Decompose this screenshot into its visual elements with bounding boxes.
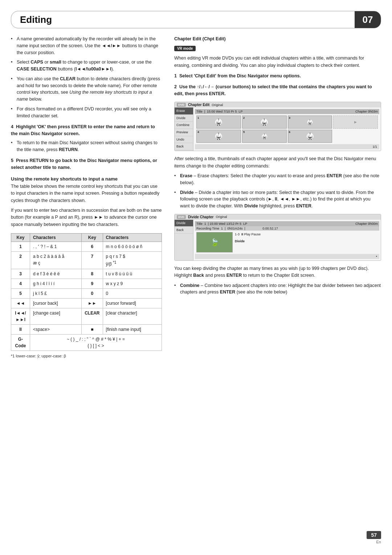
sidebar-item-combine[interactable]: Combine	[175, 122, 193, 129]
chars-cell: . , ʼ ? ! – & 1	[30, 242, 82, 252]
key-cell: I◄◄/►►I	[11, 308, 30, 325]
chars-cell: m n o 6 ö ö ò ó ø ñ	[103, 242, 162, 252]
table-row: 5 j k l 5 £ 0 0	[11, 289, 162, 299]
table-row: G-Code ~ ( ) _ / : ; " ` ^ @ # * % ¥ | +…	[11, 335, 162, 351]
chapter-num: 5	[243, 130, 245, 134]
table-header-chars1: Characters	[30, 234, 82, 242]
chapter-thumb[interactable]: 1 🥋	[196, 116, 241, 129]
sidebar-back[interactable]: Back	[175, 227, 193, 234]
list-item: A name generated automatically by the re…	[11, 36, 162, 56]
list-item: Erase – Erase chapters: Select the chapt…	[174, 173, 381, 186]
step5-heading: 5 Press RETURN to go back to the Disc Na…	[11, 157, 162, 171]
chars-cell: [finish name input]	[103, 325, 162, 335]
chars-cell: <space>	[30, 325, 82, 335]
key-table: Key Characters Key Characters 1 . , ʼ ? …	[11, 233, 162, 351]
section-title: Chapter Edit (Chpt Edit)	[174, 36, 381, 42]
list-item: Divide – Divide a chapter into two or mo…	[174, 189, 381, 210]
screen-title: Chapter Edit	[188, 103, 209, 107]
after-select-para: After selecting a title, thumbnails of e…	[174, 155, 381, 170]
chars-cell: ~ ( ) _ / : ; " ` ^ @ # * % ¥ | + ={ } […	[30, 335, 162, 351]
list-item: You can also use the CLEAR button to del…	[11, 76, 162, 103]
chapter-num: 2	[243, 116, 245, 119]
key-cell: 3	[11, 269, 30, 279]
intro-para: When editing VR mode DVDs you can edit i…	[174, 55, 381, 69]
chapter-thumb[interactable]: 4 🥋	[196, 130, 241, 143]
chars-cell: [clear character]	[103, 308, 162, 325]
sidebar-divide[interactable]: Divide	[175, 220, 193, 227]
sidebar-item-back[interactable]: Back	[175, 143, 193, 150]
chars-cell: j k l 5 £	[30, 289, 82, 299]
step4-bullets: To return to the main Disc Navigator scr…	[11, 139, 162, 153]
step2-heading: 2 Use the ↑/↓/←/→ (cursor buttons) to se…	[174, 84, 381, 98]
key-cell: 5	[11, 289, 30, 299]
chapter-num: 3	[289, 116, 290, 119]
dvd-title-bar: Title | 15:00 Wed 7/10 Pr 5 LP Chapter 0…	[195, 109, 379, 114]
dvd-chapters: 1 🥋 2 🥋 3 🥋 ▶	[195, 114, 379, 144]
key-cell: 0	[82, 289, 103, 299]
dvd-logo2: DVD	[177, 215, 186, 219]
sidebar-item-preview[interactable]: Preview	[175, 129, 193, 136]
chapter-thumb[interactable]: 6 🥋	[288, 130, 332, 143]
dvd-footer: 1/1	[195, 144, 379, 149]
chapter-thumb[interactable]: 3 🥋	[288, 116, 332, 129]
sidebar-item-divide[interactable]: Divide	[175, 115, 193, 122]
chapter-thumb[interactable]: 5 🥋	[242, 130, 287, 143]
chapter-edit-screen: DVD Chapter Edit Original Erase Divide C…	[174, 102, 381, 151]
page-footer: 57 En	[367, 531, 381, 544]
sidebar-item-erase[interactable]: Erase	[175, 108, 193, 115]
list-item: To return to the main Disc Navigator scr…	[11, 139, 162, 153]
chapter-num: 1	[197, 116, 199, 119]
footnote: *1 lower-case: ŷ; upper-case: β	[11, 354, 162, 358]
dvd2-info: 1-3 II Play Pause Divide	[235, 232, 261, 252]
table-row: I◄◄/►►I [change case] CLEAR [clear chara…	[11, 308, 162, 325]
left-column: A name generated automatically by the re…	[11, 36, 171, 358]
list-item: Select CAPS or small to change to upper …	[11, 59, 162, 73]
dvd2-footer: •	[195, 254, 379, 259]
page-lang: En	[376, 540, 381, 544]
key-cell: ■	[82, 325, 103, 335]
table-header-key1: Key	[11, 234, 30, 242]
screen-sublabel: Original	[212, 103, 223, 107]
table-row: 1 . , ʼ ? ! – & 1 6 m n o 6 ö ö ò ó ø ñ	[11, 242, 162, 252]
chapter-icon: 🥋	[261, 133, 268, 139]
screen-header: DVD Chapter Edit Original	[175, 102, 381, 108]
using-para2: If you want to enter two characters in s…	[11, 207, 162, 228]
table-row: 3 d e f 3 è é ê ë 8 t u v 8 ù ú û ü	[11, 269, 162, 279]
key-cell: 4	[11, 279, 30, 289]
divide-para: You can keep dividing the chapter as man…	[174, 265, 381, 279]
page-number: 57	[367, 531, 381, 539]
sidebar-item-undo[interactable]: Undo	[175, 136, 193, 143]
dvd2-main: Title 1 | 15:00 Wed 13/12 Pr 5 LP Chapte…	[193, 220, 381, 260]
page-title: Editing	[11, 11, 355, 28]
table-header-key2: Key	[82, 234, 103, 242]
key-cell: CLEAR	[82, 308, 103, 325]
key-cell: 9	[82, 279, 103, 289]
chars-cell: d e f 3 è é ê ë	[30, 269, 82, 279]
chapter-num: 6	[289, 130, 290, 134]
combine-bullet: Combine – Combine two adjacent chapters …	[174, 282, 381, 296]
dvd-sidebar: Erase Divide Combine Preview Undo Back	[175, 108, 193, 151]
title2-info: Title 1 | 15:00 Wed 13/12 Pr 5 LP	[196, 222, 247, 226]
chapter-icon: 🥋	[260, 118, 268, 126]
chars-cell: 0	[103, 289, 162, 299]
screen-body: Erase Divide Combine Preview Undo Back T…	[175, 108, 381, 151]
chars-cell: p q r s 7 $ŷ/β *1	[103, 252, 162, 269]
content-area: A name generated automatically by the re…	[0, 28, 392, 369]
intro-bullets: A name generated automatically by the re…	[11, 36, 162, 119]
title-info: Title | 15:00 Wed 7/10 Pr 5 LP	[196, 110, 242, 113]
screen2-header: DVD Divide Chapter Original	[175, 214, 381, 220]
key-cell: 2	[11, 252, 30, 269]
chapter-num: 4	[197, 130, 199, 134]
chapter-thumb[interactable]: 2 🥋	[242, 116, 287, 129]
using-para1: The table below shows the remote control…	[11, 183, 162, 204]
key-cell: 8	[82, 269, 103, 279]
key-cell: ►►	[82, 299, 103, 308]
step1-heading: 1 Select 'Chpt Edit' from the Disc Navig…	[174, 73, 381, 80]
table-row: II <space> ■ [finish name input]	[11, 325, 162, 335]
chapter2-time: Chapter 0h00m	[355, 222, 378, 226]
dvd2-content: 🍃 1-3 II Play Pause Divide	[195, 231, 379, 254]
dvd2-thumb: 🍃	[196, 232, 233, 252]
key-cell: 7	[82, 252, 103, 269]
dvd2-sidebar: Divide Back	[175, 220, 193, 260]
key-cell: 1	[11, 242, 30, 252]
